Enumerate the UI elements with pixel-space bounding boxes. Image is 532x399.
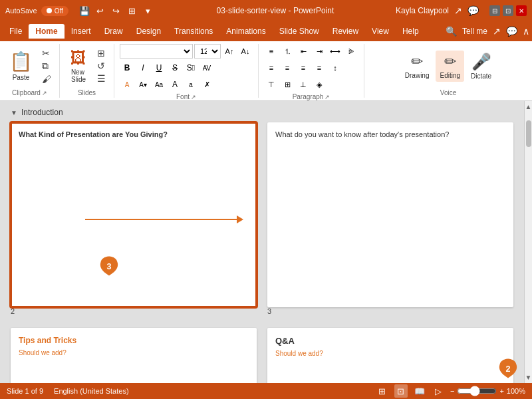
italic-button[interactable]: I: [136, 61, 150, 75]
align-top-btn[interactable]: ⊤: [264, 77, 279, 92]
numbering-btn[interactable]: ⒈: [280, 44, 295, 59]
comments-ribbon-icon[interactable]: 💬: [506, 26, 517, 37]
new-slide-button[interactable]: 🖼 NewSlide: [65, 46, 92, 86]
font-size-label-btn[interactable]: Aa: [152, 77, 166, 92]
format-painter-icon[interactable]: 🖌: [39, 73, 54, 85]
share-icon[interactable]: ↗: [454, 5, 462, 16]
window-controls: ⊟ ⊡ ✕: [489, 5, 527, 16]
clipboard-expand-icon[interactable]: ↗: [42, 90, 47, 96]
menu-review[interactable]: Review: [326, 24, 365, 39]
section-collapse-icon[interactable]: ▼: [11, 109, 17, 116]
autosave-toggle[interactable]: Off: [41, 6, 68, 16]
cut-icon[interactable]: ✂: [39, 47, 54, 59]
close-button[interactable]: ✕: [516, 5, 527, 16]
font-color-btn[interactable]: A: [120, 77, 134, 92]
align-center-btn[interactable]: ≡: [280, 61, 295, 75]
ribbon-paragraph: ≡ ⒈ ⇤ ⇥ ⟷ ⫸ ≡ ≡ ≡ ≡ ↕ ⊤ ⊞ ⊥ ◈ Paragra: [259, 44, 364, 98]
slide-thumb-2[interactable]: What Kind of Presentation are You Giving…: [11, 122, 257, 307]
menu-home[interactable]: Home: [29, 24, 64, 39]
bold-button[interactable]: B: [120, 61, 134, 75]
line-spacing-btn[interactable]: ↕: [328, 61, 342, 75]
editing-label: Editing: [440, 72, 460, 79]
slide-thumb-4[interactable]: Tips and Tricks Should we add? 1: [11, 328, 257, 384]
dropdown-icon[interactable]: ▾: [142, 4, 155, 17]
increase-size-btn[interactable]: A: [168, 77, 182, 92]
section-icon[interactable]: ☰: [94, 72, 108, 84]
font-family-select[interactable]: [120, 44, 193, 59]
scroll-up-btn[interactable]: ▲: [523, 101, 532, 112]
reading-view-btn[interactable]: 📖: [413, 384, 426, 398]
justify-btn[interactable]: ≡: [312, 61, 327, 75]
align-bottom-btn[interactable]: ⊥: [296, 77, 311, 92]
highlight-btn[interactable]: A▾: [136, 77, 150, 92]
slide-panel: ▼ Introduction What Kind of Presentation…: [0, 101, 524, 383]
share-ribbon-icon[interactable]: ↗: [493, 26, 501, 37]
collapse-ribbon-icon[interactable]: ∧: [523, 26, 529, 37]
zoom-out-btn[interactable]: −: [450, 387, 454, 395]
arrow-head: [237, 215, 243, 223]
save-icon[interactable]: 💾: [78, 4, 91, 17]
drawing-button[interactable]: ✏ Drawing: [401, 51, 434, 82]
decrease-size-btn[interactable]: a: [184, 77, 198, 92]
align-right-btn[interactable]: ≡: [296, 61, 311, 75]
underline-button[interactable]: U: [152, 61, 166, 75]
zoom-in-btn[interactable]: +: [499, 387, 503, 395]
customize-icon[interactable]: ⊞: [126, 4, 139, 17]
shadow-button[interactable]: S⃝: [184, 61, 198, 75]
smartart-btn[interactable]: ◈: [312, 77, 327, 92]
decrease-indent-btn[interactable]: ⇤: [296, 44, 311, 59]
comment-icon[interactable]: 💬: [467, 5, 479, 16]
align-middle-btn[interactable]: ⊞: [280, 77, 295, 92]
slideshow-view-btn[interactable]: ▷: [432, 384, 445, 398]
tell-me-label: Tell me: [462, 27, 487, 36]
slide-sorter-btn[interactable]: ⊡: [394, 384, 408, 398]
redo-icon[interactable]: ↪: [110, 4, 123, 17]
paste-icon: 📋: [9, 51, 33, 72]
menu-design[interactable]: Design: [130, 24, 168, 39]
minimize-button[interactable]: ⊟: [489, 5, 500, 16]
copy-icon[interactable]: ⧉: [39, 60, 54, 72]
decrease-font-btn[interactable]: A↓: [238, 44, 253, 59]
font-size-select[interactable]: 12: [194, 44, 221, 59]
reset-icon[interactable]: ↺: [94, 60, 108, 72]
slide-3-title: What do you want to know after today's p…: [275, 130, 505, 138]
paste-button[interactable]: 📋 Paste: [5, 48, 37, 84]
char-spacing-button[interactable]: AV: [200, 61, 214, 75]
layout-icon[interactable]: ⊞: [94, 47, 108, 59]
search-icon[interactable]: 🔍: [446, 26, 457, 37]
clear-format-btn[interactable]: ✗: [200, 77, 214, 92]
editing-button[interactable]: ✏ Editing: [436, 51, 464, 82]
slide-2-inner: What Kind of Presentation are You Giving…: [12, 124, 255, 306]
font-row2: B I U S S⃝ AV: [120, 61, 253, 75]
columns-btn[interactable]: ⫸: [344, 44, 358, 59]
menu-draw[interactable]: Draw: [98, 24, 130, 39]
slide-thumb-5[interactable]: Q&A Should we add?: [267, 328, 513, 384]
menu-file[interactable]: File: [3, 24, 29, 39]
slide-item-5: Q&A Should we add? 5: [267, 328, 513, 384]
menu-animations[interactable]: Animations: [219, 24, 272, 39]
text-direction-btn[interactable]: ⟷: [328, 44, 342, 59]
user-name: Kayla Claypool: [396, 6, 449, 15]
font-expand-icon[interactable]: ↗: [191, 94, 196, 100]
increase-font-btn[interactable]: A↑: [222, 44, 237, 59]
paragraph-expand-icon[interactable]: ↗: [325, 94, 330, 100]
increase-indent-btn[interactable]: ⇥: [312, 44, 327, 59]
clipboard-content: 📋 Paste ✂ ⧉ 🖌: [5, 44, 54, 88]
align-left-btn[interactable]: ≡: [264, 61, 279, 75]
menu-help[interactable]: Help: [396, 24, 426, 39]
zoom-slider[interactable]: [457, 386, 497, 396]
undo-icon[interactable]: ↩: [94, 4, 107, 17]
menu-view[interactable]: View: [365, 24, 396, 39]
scroll-thumb[interactable]: [526, 120, 531, 147]
bullets-btn[interactable]: ≡: [264, 44, 279, 59]
dictate-button[interactable]: 🎤 Dictate: [467, 50, 495, 82]
menu-slideshow[interactable]: Slide Show: [273, 24, 326, 39]
normal-view-btn[interactable]: ⊞: [376, 384, 389, 398]
menu-transitions[interactable]: Transitions: [168, 24, 219, 39]
menu-insert[interactable]: Insert: [65, 24, 98, 39]
slide-2-badge: 3: [97, 254, 121, 278]
maximize-button[interactable]: ⊡: [503, 5, 513, 16]
scroll-down-btn[interactable]: ▼: [523, 372, 532, 383]
strikethrough-button[interactable]: S: [168, 61, 182, 75]
slide-thumb-3[interactable]: What do you want to know after today's p…: [267, 122, 513, 307]
